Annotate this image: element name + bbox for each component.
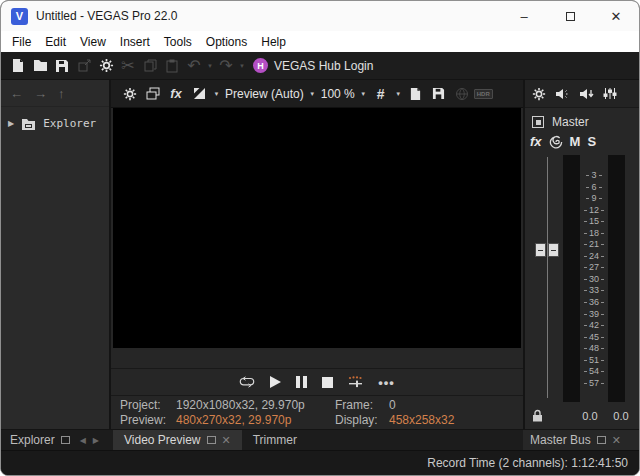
vegas-hub-login-button[interactable]: H VEGAS Hub Login [253,58,373,73]
solo-button[interactable]: S [587,134,596,149]
tree-expand-icon[interactable]: ▶ [8,119,14,128]
meter-scale-row: 36 [580,298,608,307]
frame-value: 0 [389,398,396,412]
open-project-icon[interactable] [29,55,51,77]
app-window: V Untitled - VEGAS Pro 22.0 – ✕ FileEdit… [0,0,640,476]
float-window-icon[interactable] [597,436,606,444]
copy-icon[interactable] [139,55,161,77]
meter-bar-right [608,155,625,402]
video-output-fx-icon[interactable]: fx [165,83,187,105]
record-time-status: Record Time (2 channels): 1:12:41:50 [427,456,628,470]
vegas-hub-login-label: VEGAS Hub Login [274,59,373,73]
maximize-button[interactable] [547,1,593,31]
app-logo-icon: V [11,8,28,25]
pause-button[interactable] [296,376,307,388]
meter-scale-row: 24 [580,252,608,261]
save-project-icon[interactable] [51,55,73,77]
menu-item[interactable]: Edit [38,33,73,51]
meter-scale-row: 21 [580,240,608,249]
master-fader[interactable] [527,151,559,404]
transport-bar: ••• [111,369,523,396]
cut-icon[interactable]: ✂ [117,55,139,77]
external-monitor-icon[interactable] [142,83,164,105]
preview-properties-gear-icon[interactable] [119,83,141,105]
explorer-tree-root[interactable]: ▶ Explorer [1,107,109,130]
share-icon[interactable] [73,55,95,77]
paste-icon[interactable] [161,55,183,77]
new-project-icon[interactable] [7,55,29,77]
loop-playback-icon[interactable] [239,376,255,388]
downmix-output-icon[interactable] [579,88,594,100]
nav-forward-icon[interactable]: → [34,86,47,101]
menu-item[interactable]: File [5,33,38,51]
undo-dropdown-icon[interactable]: ▼ [205,63,215,69]
meter-scale-row: 33 [580,286,608,295]
dock-tab-bar: Explorer ◀▶ Video Preview ✕ Trimmer Mast… [1,429,639,450]
stop-button[interactable] [322,377,333,388]
master-bus-name: Master [552,115,589,129]
preview-quality-dropdown-icon[interactable]: ▼ [307,91,318,97]
tab-explorer[interactable]: Explorer ◀▶ [1,430,113,450]
spatial-audio-icon[interactable] [451,83,473,105]
tab-trimmer[interactable]: Trimmer [242,430,308,450]
drive-folder-icon [21,118,36,130]
tab-master-bus[interactable]: Master Bus ✕ [523,430,639,450]
status-bar: Record Time (2 channels): 1:12:41:50 [1,450,639,475]
fader-handle-right[interactable] [548,243,559,257]
undo-icon[interactable]: ↶ [183,55,205,77]
menu-item[interactable]: View [73,33,113,51]
tab-explorer-label: Explorer [10,433,55,447]
dim-output-speaker-icon[interactable] [555,88,570,100]
tab-scroll-right-icon[interactable]: ▶ [93,436,99,445]
nav-back-icon[interactable]: ← [10,86,23,101]
menu-item[interactable]: Insert [113,33,157,51]
play-button[interactable] [270,376,281,388]
float-window-icon[interactable] [207,436,216,444]
tab-video-preview[interactable]: Video Preview ✕ [113,430,242,450]
overlays-dropdown-icon[interactable]: ▼ [393,91,404,97]
minimize-button[interactable]: – [501,1,547,31]
mixer-settings-gear-icon[interactable] [532,87,546,101]
menu-item[interactable]: Help [254,33,293,51]
meter-bar-left [563,155,580,402]
preview-zoom-dropdown-icon[interactable]: ▼ [358,91,369,97]
master-bus-panel: Master fx M S [523,80,639,429]
bus-square-icon[interactable] [532,116,544,128]
master-fx-button[interactable]: fx [530,134,542,149]
save-snapshot-icon[interactable] [428,83,450,105]
mixer-sliders-icon[interactable] [603,87,617,100]
more-transport-options-icon[interactable]: ••• [378,375,395,390]
mute-button[interactable]: M [570,134,581,149]
preview-zoom-value[interactable]: 100 % [319,87,357,101]
split-screen-view-icon[interactable] [188,83,210,105]
copy-snapshot-icon[interactable] [405,83,427,105]
shuttle-control-icon[interactable] [348,376,363,389]
preview-lower-strip [111,348,523,369]
plugin-chain-spiral-icon[interactable] [549,135,563,149]
menu-item[interactable]: Options [199,33,254,51]
close-tab-icon[interactable]: ✕ [222,434,231,447]
menu-item[interactable]: Tools [157,33,199,51]
lock-icon[interactable] [532,409,543,422]
master-meter: 3 6 9 12 15 18 21 [559,151,639,404]
frame-label: Frame: [335,398,389,412]
tab-scroll-left-icon[interactable]: ◀ [80,436,86,445]
fader-handle-left[interactable] [535,243,546,257]
fader-handles[interactable] [535,243,559,257]
split-screen-dropdown-icon[interactable]: ▼ [211,91,222,97]
close-tab-icon[interactable]: ✕ [612,434,621,447]
tab-video-preview-label: Video Preview [124,433,201,447]
float-window-icon[interactable] [61,436,70,444]
close-button[interactable]: ✕ [593,1,639,31]
video-preview-screen[interactable] [113,108,521,348]
nav-up-icon[interactable]: ↑ [58,86,65,101]
overlays-grid-icon[interactable]: # [370,83,392,105]
project-properties-gear-icon[interactable] [95,55,117,77]
explorer-nav-toolbar: ← → ↑ [1,80,109,107]
redo-icon[interactable]: ↷ [215,55,237,77]
redo-dropdown-icon[interactable]: ▼ [237,63,247,69]
meter-scale-row: 12 [580,206,608,215]
meter-scale: 3 6 9 12 15 18 21 [580,155,608,402]
display-value: 458x258x32 [389,413,454,427]
preview-quality-value[interactable]: Preview (Auto) [223,87,306,101]
